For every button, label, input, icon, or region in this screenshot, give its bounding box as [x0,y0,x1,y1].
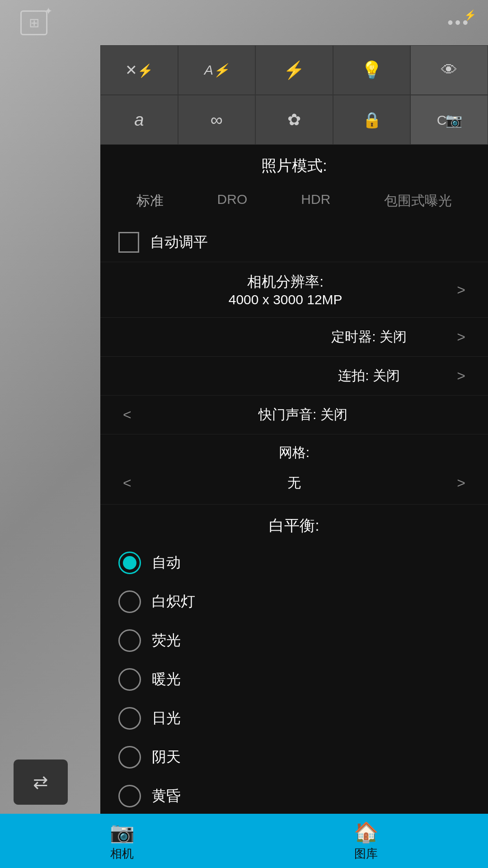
white-balance-section: 白平衡: 自动 白炽灯 荧光 暖光 日光 阴天 黄昏 [100,504,488,814]
wb-cloudy-label: 阴天 [152,747,181,767]
shutter-sound-row: < 快门声音: 关闭 [100,395,488,434]
flash-auto-icon: A⚡ [204,62,229,78]
a-mode-button[interactable]: a [100,95,178,145]
mode-standard[interactable]: 标准 [129,188,171,214]
infinity-button[interactable]: ∞ [178,95,256,145]
wb-warm-radio[interactable] [118,668,141,691]
wb-incandescent-label: 白炽灯 [152,592,195,612]
resolution-arrow[interactable]: > [452,282,470,298]
wb-dusk-label: 黄昏 [152,786,181,806]
flash-small-icon: ⚡ [464,9,478,21]
wb-daylight-radio[interactable] [118,707,141,730]
camera-nav-label: 相机 [110,846,134,862]
mode-dro[interactable]: DRO [210,188,255,214]
timer-label: 定时器: 关闭 [286,328,453,346]
wb-auto-radio[interactable] [118,552,141,574]
c-cam-icon: C📷 [437,112,462,128]
auto-level-label: 自动调平 [150,232,208,252]
grid-section: 网格: < 无 > [100,434,488,504]
add-photo-icon: ⊞ [20,10,47,35]
grid-value-row: < 无 > [100,467,488,500]
camera-resolution-title: 相机分辨率: [118,272,452,292]
light-bulb-button[interactable]: 💡 [333,45,411,95]
wb-warm-label: 暖光 [152,670,181,689]
auto-level-row: 自动调平 [100,223,488,262]
gallery-nav-icon: 🏠 [354,821,379,844]
flash-on-icon: ⚡ [283,60,305,80]
more-menu-button[interactable]: ••• ⚡ [447,13,470,32]
flash-auto-button[interactable]: A⚡ [178,45,256,95]
auto-level-checkbox[interactable] [118,232,139,253]
flash-off-icon: ✕⚡ [125,61,153,79]
shutter-left-arrow[interactable]: < [118,406,136,423]
burst-arrow[interactable]: > [452,368,470,384]
shutter-sound-label: 快门声音: 关闭 [136,406,470,424]
flip-camera-icon: ⇄ [33,772,48,793]
c-cam-button[interactable]: C📷 [410,95,488,145]
flash-mode-row: ✕⚡ A⚡ ⚡ 💡 👁 [100,45,488,95]
flash-off-button[interactable]: ✕⚡ [100,45,178,95]
wb-fluorescent-label: 荧光 [152,631,181,651]
photo-mode-title: 照片模式: [100,145,488,184]
a-mode-icon: a [134,110,144,130]
lock-button[interactable]: 🔒 [333,95,411,145]
bottom-navigation: 📷 相机 🏠 图库 [0,814,488,868]
grid-left-arrow[interactable]: < [118,475,136,491]
wb-incandescent-radio[interactable] [118,590,141,613]
macro-icon: ✿ [287,110,301,129]
camera-nav-icon: 📷 [110,821,135,844]
lock-icon: 🔒 [362,111,381,129]
wb-auto-label: 自动 [152,553,181,573]
wb-fluorescent-radio[interactable] [118,629,141,652]
grid-value: 无 [136,474,453,492]
white-balance-title: 白平衡: [100,504,488,543]
nav-camera[interactable]: 📷 相机 [0,814,244,868]
photo-icon-inner: ⊞ [29,15,39,30]
nav-gallery[interactable]: 🏠 图库 [244,814,488,868]
grid-title: 网格: [100,439,488,467]
light-bulb-icon: 💡 [361,60,382,80]
focus-mode-row: a ∞ ✿ 🔒 C📷 [100,95,488,145]
timer-row: 定时器: 关闭 > [100,317,488,356]
add-photo-button[interactable]: ⊞ [18,7,50,38]
wb-cloudy-radio[interactable] [118,746,141,769]
wb-fluorescent-row: 荧光 [100,621,488,660]
burst-row: 连拍: 关闭 > [100,356,488,395]
wb-daylight-row: 日光 [100,699,488,738]
wb-auto-row: 自动 [100,543,488,582]
wb-daylight-label: 日光 [152,708,181,728]
wb-dusk-row: 黄昏 [100,777,488,814]
eye-icon: 👁 [441,61,457,80]
camera-resolution-row: 相机分辨率: 4000 x 3000 12MP > [100,262,488,317]
eye-button[interactable]: 👁 [410,45,488,95]
wb-cloudy-row: 阴天 [100,738,488,777]
grid-right-arrow[interactable]: > [452,475,470,491]
camera-resolution-value: 4000 x 3000 12MP [118,292,452,307]
settings-panel: ✕⚡ A⚡ ⚡ 💡 👁 a ∞ ✿ 🔒 C📷 照片模式: [100,45,488,814]
wb-warm-row: 暖光 [100,660,488,699]
macro-button[interactable]: ✿ [255,95,333,145]
timer-arrow[interactable]: > [452,329,470,345]
photo-mode-options: 标准 DRO HDR 包围式曝光 [100,184,488,223]
infinity-icon: ∞ [211,110,223,130]
burst-label: 连拍: 关闭 [286,367,453,385]
mode-bracket[interactable]: 包围式曝光 [377,188,459,214]
top-bar: ⊞ ••• ⚡ [0,0,488,45]
flip-camera-button[interactable]: ⇄ [14,760,68,805]
mode-hdr[interactable]: HDR [294,188,338,214]
gallery-nav-label: 图库 [354,846,378,862]
wb-dusk-radio[interactable] [118,785,141,807]
wb-incandescent-row: 白炽灯 [100,582,488,621]
flash-on-button[interactable]: ⚡ [255,45,333,95]
